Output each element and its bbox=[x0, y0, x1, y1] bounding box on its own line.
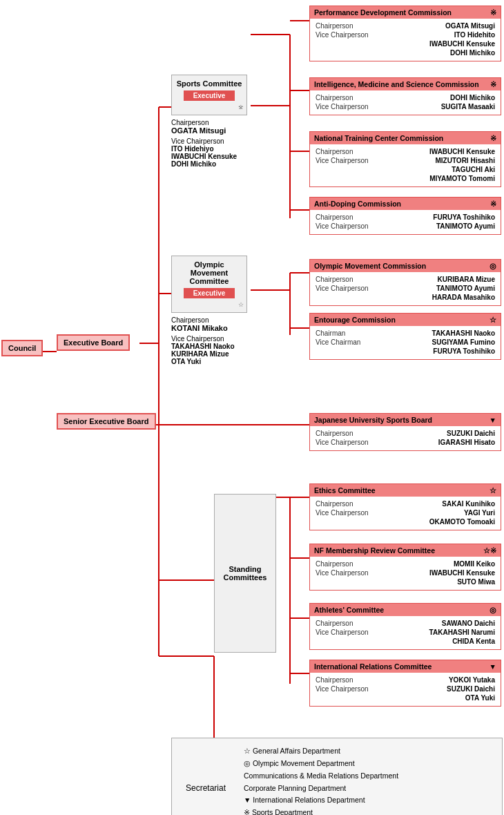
ims-header: Intelligence, Medicine and Science Commi… bbox=[310, 78, 501, 90]
senior-executive-board-label: Senior Executive Board bbox=[57, 413, 156, 430]
sports-committee-box: Sports Committee Executive ※ Chairperson… bbox=[171, 75, 251, 168]
entourage-commission-panel: Entourage Commission ☆ ChairmanTAKAHASHI… bbox=[309, 313, 501, 365]
sports-chair-label: Chairperson bbox=[171, 119, 251, 126]
sports-vc1: ITO Hidehiyo bbox=[171, 145, 251, 153]
olympic-committee-title: Olympic Movement Committee bbox=[175, 260, 244, 285]
sec-item-0: ☆ General Affairs Department bbox=[244, 745, 398, 758]
university-sports-board-panel: Japanese University Sports Board ▼ Chair… bbox=[309, 413, 501, 457]
sports-vc2: IWABUCHI Kensuke bbox=[171, 153, 251, 160]
olympic-vc2: KURIHARA Mizue bbox=[171, 350, 251, 358]
athletes-committee-panel: Athletes' Committee ◎ ChairpersonSAWANO … bbox=[309, 603, 501, 655]
performance-commission-panel: Performance Development Commission ※ Cha… bbox=[309, 6, 501, 67]
anti-doping-commission-panel: Anti-Doping Commission ※ ChairpersonFURU… bbox=[309, 197, 501, 240]
sec-item-4: ▼ International Relations Department bbox=[244, 794, 398, 807]
international-relations-panel: International Relations Committee ▼ Chai… bbox=[309, 660, 501, 712]
perf-header: Performance Development Commission ※ bbox=[310, 6, 501, 19]
sec-item-3: Corporate Planning Department bbox=[244, 783, 398, 795]
olympic-chair-label: Chairperson bbox=[171, 316, 251, 324]
olympic-mark: ☆ bbox=[175, 301, 244, 308]
secretariat-items: ☆ General Affairs Department ◎ Olympic M… bbox=[244, 745, 398, 815]
sec-item-5: ※ Sports Department bbox=[244, 807, 398, 815]
ims-commission-panel: Intelligence, Medicine and Science Commi… bbox=[309, 77, 501, 121]
council-label: Council bbox=[1, 340, 43, 356]
olympic-movement-commission-panel: Olympic Movement Commission ◎ Chairperso… bbox=[309, 259, 501, 311]
executive-board-label: Executive Board bbox=[57, 334, 130, 351]
sports-exec-button[interactable]: Executive bbox=[184, 90, 235, 101]
sports-vc-label: Vice Chairperson bbox=[171, 137, 251, 145]
standing-committees-box: Standing Committees bbox=[214, 494, 276, 653]
ent-header: Entourage Commission ☆ bbox=[310, 314, 501, 326]
ad-header: Anti-Doping Commission ※ bbox=[310, 198, 501, 210]
olympic-vc-label: Vice Chairperson bbox=[171, 335, 251, 343]
athletes-header: Athletes' Committee ◎ bbox=[310, 604, 501, 616]
sec-item-2: Communications & Media Relations Departm… bbox=[244, 770, 398, 783]
intl-header: International Relations Committee ▼ bbox=[310, 660, 501, 673]
olympic-committee-box: Olympic Movement Committee Executive ☆ C… bbox=[171, 256, 251, 365]
sports-mark: ※ bbox=[175, 104, 244, 111]
sports-chair-name: OGATA Mitsugi bbox=[171, 126, 251, 135]
omc-header: Olympic Movement Commission ◎ bbox=[310, 260, 501, 272]
sports-committee-title: Sports Committee bbox=[175, 79, 244, 88]
nf-header: NF Membership Review Committee ☆※ bbox=[310, 544, 501, 557]
secretariat-section: Secretariat ☆ General Affairs Department… bbox=[171, 724, 503, 815]
org-chart: Council Executive Board Senior Executive… bbox=[0, 0, 504, 815]
ethics-header: Ethics Committee ☆ bbox=[310, 484, 501, 497]
standing-label: Standing Committees bbox=[215, 562, 275, 584]
ethics-committee-panel: Ethics Committee ☆ ChairpersonSAKAI Kuni… bbox=[309, 483, 501, 536]
ntc-header: National Training Center Commission ※ bbox=[310, 132, 501, 144]
secretariat-label: Secretariat bbox=[182, 745, 230, 815]
senior-executive-board-box: Senior Executive Board bbox=[57, 413, 156, 430]
ntc-commission-panel: National Training Center Commission ※ Ch… bbox=[309, 131, 501, 193]
nf-review-committee-panel: NF Membership Review Committee ☆※ Chairp… bbox=[309, 544, 501, 596]
olympic-chair-name: KOTANI Mikako bbox=[171, 324, 251, 332]
council-box: Council bbox=[1, 340, 43, 356]
olympic-exec-button[interactable]: Executive bbox=[184, 288, 235, 298]
jusb-header: Japanese University Sports Board ▼ bbox=[310, 414, 501, 426]
sports-vc3: DOHI Michiko bbox=[171, 160, 251, 168]
executive-board-box: Executive Board bbox=[57, 334, 130, 351]
olympic-vc3: OTA Yuki bbox=[171, 358, 251, 365]
sec-item-1: ◎ Olympic Movement Department bbox=[244, 758, 398, 770]
olympic-vc1: TAKAHASHI Naoko bbox=[171, 343, 251, 350]
